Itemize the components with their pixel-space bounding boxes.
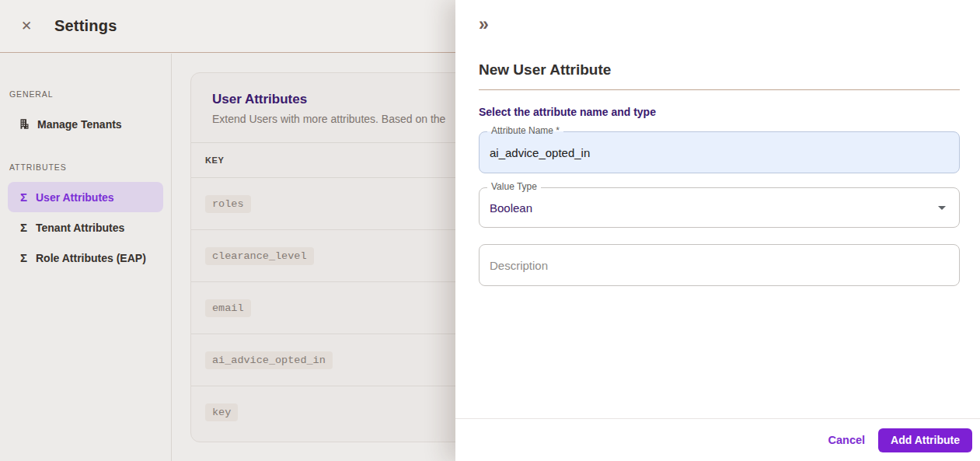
settings-sidebar: GENERAL Manage Tenants ATTRIBUTES Σ User… xyxy=(0,54,172,461)
close-icon[interactable]: ✕ xyxy=(21,19,34,33)
value-type-label: Value Type xyxy=(487,181,541,193)
drawer-section-label: Select the attribute name and type xyxy=(479,106,960,118)
sidebar-item-label: User Attributes xyxy=(36,191,114,204)
attribute-name-field[interactable]: Attribute Name * ai_advice_opted_in xyxy=(479,131,960,173)
sidebar-section-attributes: ATTRIBUTES xyxy=(9,162,163,172)
attribute-name-value: ai_advice_opted_in xyxy=(480,146,590,159)
sidebar-item-label: Tenant Attributes xyxy=(36,222,124,234)
drawer-footer: Cancel Add Attribute xyxy=(455,418,980,461)
double-chevron-right-icon[interactable]: » xyxy=(479,16,489,33)
sidebar-item-label: Role Attributes (EAP) xyxy=(36,252,146,264)
add-attribute-button[interactable]: Add Attribute xyxy=(878,428,972,452)
attribute-key-chip: roles xyxy=(205,195,251,213)
building-icon xyxy=(19,118,30,130)
new-user-attribute-drawer: » New User Attribute Select the attribut… xyxy=(455,0,980,461)
value-type-select[interactable]: Value Type Boolean xyxy=(479,187,960,228)
sigma-icon: Σ xyxy=(19,251,29,264)
drawer-title: New User Attribute xyxy=(479,61,960,79)
drawer-divider xyxy=(479,89,960,90)
page-title: Settings xyxy=(54,17,117,35)
settings-window: ✕ Settings GENERAL Manage Tenants ATTRIB… xyxy=(0,0,980,461)
attribute-key-chip: email xyxy=(205,299,251,317)
cancel-button[interactable]: Cancel xyxy=(828,434,866,446)
sidebar-item-role-attributes[interactable]: Σ Role Attributes (EAP) xyxy=(8,243,163,273)
sidebar-item-tenant-attributes[interactable]: Σ Tenant Attributes xyxy=(8,212,163,243)
attribute-name-label: Attribute Name * xyxy=(487,125,563,137)
sigma-icon: Σ xyxy=(19,190,29,204)
attribute-key-chip: ai_advice_opted_in xyxy=(205,351,333,369)
sidebar-item-user-attributes[interactable]: Σ User Attributes xyxy=(8,182,163,212)
column-header-key: KEY xyxy=(205,155,224,165)
attribute-key-chip: clearance_level xyxy=(205,247,314,265)
sidebar-section-general: GENERAL xyxy=(9,89,163,99)
description-placeholder: Description xyxy=(480,259,548,272)
chevron-down-icon xyxy=(938,206,946,210)
description-field[interactable]: Description xyxy=(479,244,960,286)
value-type-value: Boolean xyxy=(480,201,532,215)
sigma-icon: Σ xyxy=(19,221,29,234)
attribute-key-chip: key xyxy=(205,403,238,421)
sidebar-item-manage-tenants[interactable]: Manage Tenants xyxy=(8,109,163,139)
sidebar-item-label: Manage Tenants xyxy=(37,118,122,131)
